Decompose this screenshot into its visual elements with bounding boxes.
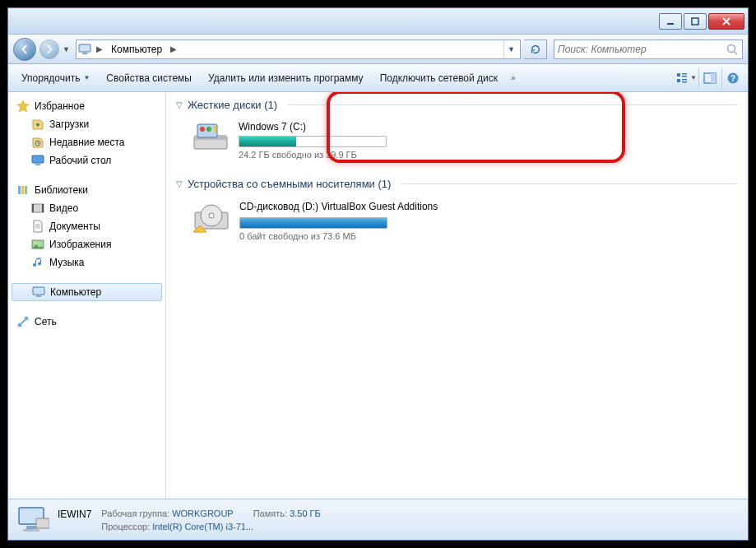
svg-rect-19 <box>21 186 24 194</box>
computer-large-icon <box>16 504 49 536</box>
svg-rect-6 <box>682 73 687 75</box>
svg-rect-10 <box>682 81 687 83</box>
collapse-icon[interactable]: ▽ <box>176 179 183 188</box>
close-button[interactable] <box>708 13 744 30</box>
collapse-icon[interactable]: ▽ <box>176 100 183 109</box>
section-header-hdd[interactable]: ▽ Жесткие диски (1) <box>176 99 738 111</box>
organize-menu[interactable]: Упорядочить▼ <box>13 69 98 87</box>
libraries-icon <box>16 183 30 197</box>
computer-icon <box>78 43 91 56</box>
documents-icon <box>31 220 44 233</box>
search-box[interactable] <box>554 39 743 59</box>
nav-bar: ▼ ▶ Компьютер ▶ ▼ <box>8 35 748 64</box>
svg-point-28 <box>18 323 22 327</box>
svg-rect-1 <box>692 18 698 25</box>
svg-rect-23 <box>42 204 44 212</box>
search-icon[interactable] <box>726 43 739 56</box>
status-computer-name: IEWIN7 <box>58 509 91 520</box>
drive-d-cdrom[interactable]: CD-дисковод (D:) VirtualBox Guest Additi… <box>186 195 451 247</box>
svg-rect-8 <box>677 79 680 82</box>
sidebar-item-documents[interactable]: Документы <box>8 217 165 235</box>
svg-rect-9 <box>682 79 687 81</box>
recent-icon <box>31 136 44 149</box>
svg-rect-20 <box>25 186 27 194</box>
svg-rect-21 <box>32 204 44 212</box>
svg-text:?: ? <box>730 74 735 83</box>
sidebar-item-videos[interactable]: Видео <box>8 199 165 217</box>
svg-point-4 <box>728 44 735 52</box>
breadcrumb-computer[interactable]: Компьютер <box>108 44 165 55</box>
sidebar-item-pictures[interactable]: Изображения <box>8 235 165 253</box>
sidebar-item-recent[interactable]: Недавние места <box>8 133 165 151</box>
svg-point-29 <box>25 317 29 321</box>
breadcrumb-separator[interactable]: ▶ <box>95 44 104 53</box>
svg-point-33 <box>200 127 205 132</box>
sidebar-item-computer[interactable]: Компьютер <box>12 283 162 301</box>
svg-rect-7 <box>682 76 687 77</box>
address-dropdown[interactable]: ▼ <box>503 40 518 58</box>
section-header-removable[interactable]: ▽ Устройства со съемными носителями (1) <box>176 178 738 190</box>
preview-pane-button[interactable] <box>698 68 720 88</box>
svg-rect-2 <box>79 44 90 52</box>
svg-rect-42 <box>23 529 39 532</box>
nav-history-dropdown[interactable]: ▼ <box>63 45 72 53</box>
svg-rect-26 <box>33 287 44 295</box>
search-input[interactable] <box>558 44 726 55</box>
breadcrumb-separator[interactable]: ▶ <box>169 44 179 53</box>
svg-rect-16 <box>32 156 44 163</box>
svg-rect-0 <box>667 23 674 25</box>
refresh-button[interactable] <box>524 39 547 59</box>
capacity-bar <box>239 136 387 147</box>
svg-rect-5 <box>677 73 680 77</box>
maximize-button[interactable] <box>684 13 707 30</box>
details-pane: IEWIN7 Рабочая группа: WORKGROUP Память:… <box>8 499 748 540</box>
sidebar-item-network[interactable]: Сеть <box>8 313 165 331</box>
cdrom-icon <box>192 201 231 234</box>
sidebar-libraries-header[interactable]: Библиотеки <box>8 181 165 199</box>
svg-rect-41 <box>26 526 36 529</box>
music-icon <box>31 256 44 269</box>
back-button[interactable] <box>13 38 36 61</box>
svg-rect-35 <box>214 126 216 132</box>
computer-icon <box>32 286 45 299</box>
downloads-icon <box>31 118 44 131</box>
explorer-window: ▼ ▶ Компьютер ▶ ▼ Упорядочить▼ Свойства … <box>7 7 749 541</box>
change-view-button[interactable]: ▼ <box>675 68 697 88</box>
video-icon <box>31 202 44 215</box>
svg-rect-43 <box>36 518 49 528</box>
minimize-button[interactable] <box>659 13 682 30</box>
pictures-icon <box>31 238 44 251</box>
uninstall-program-button[interactable]: Удалить или изменить программу <box>200 69 372 87</box>
star-icon <box>16 100 30 113</box>
svg-point-34 <box>206 127 211 132</box>
hdd-icon <box>191 121 230 154</box>
address-bar[interactable]: ▶ Компьютер ▶ ▼ <box>76 39 521 59</box>
map-network-drive-button[interactable]: Подключить сетевой диск <box>372 69 506 87</box>
svg-rect-12 <box>711 73 716 83</box>
sidebar-item-desktop[interactable]: Рабочий стол <box>8 151 165 170</box>
svg-point-25 <box>35 242 37 244</box>
help-button[interactable]: ? <box>721 68 743 88</box>
sidebar-item-music[interactable]: Музыка <box>8 253 165 272</box>
svg-rect-3 <box>82 53 87 54</box>
desktop-icon <box>31 154 44 167</box>
network-icon <box>16 315 30 328</box>
sidebar-item-downloads[interactable]: Загрузки <box>8 115 165 133</box>
sidebar-favorites-header[interactable]: Избранное <box>8 97 165 115</box>
svg-rect-17 <box>35 164 40 165</box>
svg-point-38 <box>209 213 214 218</box>
forward-button[interactable] <box>39 39 59 59</box>
svg-rect-27 <box>36 295 41 297</box>
system-properties-button[interactable]: Свойства системы <box>98 69 200 87</box>
svg-rect-18 <box>18 186 21 194</box>
capacity-bar <box>239 217 387 229</box>
content-pane: ▽ Жесткие диски (1) Windows 7 (C:) 24.2 … <box>166 92 748 499</box>
command-bar: Упорядочить▼ Свойства системы Удалить ил… <box>8 64 748 92</box>
drive-c[interactable]: Windows 7 (C:) 24.2 ГБ свободно из 39.9 … <box>186 116 451 165</box>
svg-rect-22 <box>32 204 34 212</box>
sidebar-favorites-label: Избранное <box>35 100 85 112</box>
toolbar-overflow[interactable]: » <box>506 70 521 86</box>
window-titlebar <box>8 8 748 35</box>
navigation-pane: Избранное Загрузки Недавние места Рабочи… <box>8 92 166 499</box>
